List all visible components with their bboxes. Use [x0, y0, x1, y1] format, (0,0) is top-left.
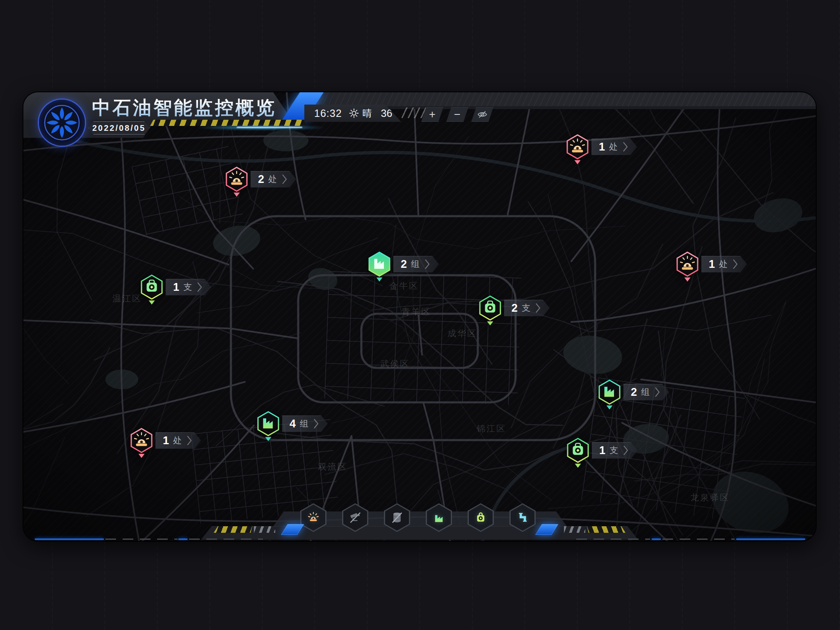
camera-pin-icon: [139, 274, 165, 306]
baseline-blue-right2: [652, 539, 661, 540]
baseline-dash-right1: [662, 539, 735, 540]
baseline-blue-right: [736, 539, 805, 540]
alarm-pin-icon: [564, 134, 591, 166]
header-glow-core: [237, 127, 302, 128]
marker-label: 2 组: [393, 256, 439, 272]
baseline-blue-left2: [178, 539, 187, 540]
chevron-right-icon: [623, 142, 628, 152]
marker-unit: 支: [522, 302, 530, 314]
district-label: 青羊区: [402, 306, 431, 317]
baseline-dash-left1: [105, 539, 178, 540]
district-label: 成华区: [447, 328, 477, 339]
marker-unit: 组: [641, 386, 650, 398]
district-label: 金牛区: [389, 280, 419, 292]
marker-label: 1 支: [592, 442, 637, 459]
marker-label: 1 处: [701, 256, 747, 272]
chevron-right-icon: [535, 303, 541, 313]
marker-count: 1: [163, 434, 169, 447]
page-title: 中石油智能监控概览: [86, 96, 283, 120]
weather-text: 晴: [363, 107, 372, 120]
chevron-right-icon: [733, 259, 738, 269]
camera-pin-icon: [477, 295, 503, 327]
marker-unit: 支: [609, 445, 618, 456]
factory-icon: [432, 511, 446, 525]
top-deco-strip-thin: [315, 106, 816, 109]
alarm-pin-icon: [674, 251, 701, 283]
marker-count: 2: [631, 386, 637, 399]
alarm-pin-icon: [128, 427, 155, 459]
date-tag: 2022/08/05: [88, 121, 150, 135]
marker-unit: 处: [719, 258, 728, 270]
petrochina-logo: [39, 100, 85, 146]
marker-label: 4 组: [282, 415, 328, 432]
marker-count: 4: [290, 418, 296, 430]
marker-count: 1: [599, 444, 605, 457]
marker-unit: 处: [609, 141, 618, 153]
district-label: 武侯区: [380, 358, 410, 370]
chevron-right-icon: [313, 418, 319, 429]
chevron-right-icon: [282, 174, 287, 185]
marker-label: 2 支: [504, 300, 550, 316]
marker-unit: 支: [183, 281, 192, 293]
camera-pin-icon: [565, 437, 591, 469]
oil-tank-icon: [390, 511, 404, 525]
clock-text: 16:32: [314, 107, 342, 119]
marker-count: 2: [511, 302, 518, 315]
marker-count: 2: [401, 258, 407, 271]
chevron-right-icon: [655, 387, 660, 397]
chevron-right-icon: [187, 435, 192, 446]
district-label: 双流区: [318, 461, 347, 472]
chevron-right-icon: [623, 445, 628, 456]
marker-unit: 处: [173, 435, 182, 446]
petrochina-flower-icon: [43, 104, 81, 142]
marker-label: 2 组: [623, 384, 669, 400]
district-label: 温江区: [112, 293, 142, 304]
marker-label: 1 处: [591, 139, 637, 155]
marker-count: 1: [599, 141, 605, 153]
pipeline-icon: [516, 511, 530, 525]
alarm-pin-icon: [224, 166, 250, 198]
hazard-stripe-right: [587, 526, 625, 533]
chevron-right-icon: [197, 282, 202, 292]
baseline-blue-left: [35, 539, 104, 540]
cctv-icon: [348, 511, 362, 525]
hazard-stripe-left: [214, 526, 252, 533]
marker-label: 1 处: [155, 432, 201, 449]
dashboard-panel: 温江区金牛区青羊区成华区武侯区锦江区双流区龙泉驿区 1 处 2: [23, 92, 816, 541]
baseline-dash-left2: [189, 539, 263, 540]
eye-off-icon: [477, 109, 488, 120]
factory-pin-icon: [255, 411, 281, 443]
district-label: 龙泉驿区: [690, 492, 730, 503]
chevron-right-icon: [425, 259, 430, 269]
marker-unit: 组: [411, 258, 420, 270]
time-weather-bar: 16:32 晴 36℃: [304, 105, 401, 122]
top-deco-strip: [310, 92, 816, 106]
alarm-icon: [306, 511, 320, 525]
factory-pin-icon: [366, 251, 393, 283]
factory-pin-icon: [596, 379, 623, 411]
marker-count: 1: [173, 281, 179, 294]
camera-icon: [474, 511, 488, 525]
marker-label: 1 支: [166, 279, 211, 295]
sun-icon: [349, 108, 359, 119]
marker-unit: 处: [268, 173, 277, 185]
marker-label: 2 处: [251, 171, 296, 187]
slash-stripe-left: [254, 526, 275, 533]
slash-stripe-right: [564, 526, 585, 533]
weather: 晴: [349, 107, 372, 120]
marker-unit: 组: [300, 418, 308, 429]
marker-count: 2: [258, 173, 264, 186]
marker-count: 1: [709, 258, 715, 271]
baseline-dash-right2: [576, 539, 650, 540]
district-label: 锦江区: [477, 423, 506, 434]
